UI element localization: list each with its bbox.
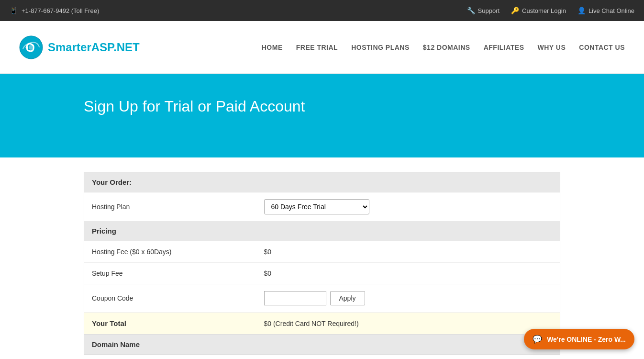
pricing-label: Pricing [92,227,116,235]
your-total-row: Your Total $0 (Credit Card NOT Required!… [84,313,560,335]
hosting-fee-row: Hosting Fee ($0 x 60Days) $0 [84,241,560,263]
nav-free-trial[interactable]: FREE TRIAL [296,44,338,51]
pricing-header-row: Pricing [84,221,560,241]
your-order-header-row: Your Order: [84,172,560,192]
hosting-plan-label: Hosting Plan [92,203,130,211]
svg-point-1 [29,45,33,50]
top-bar-links: Support Customer Login Live Chat Online [467,7,634,14]
setup-fee-value: $0 [264,269,272,277]
main-nav: HOME FREE TRIAL HOSTING PLANS $12 DOMAIN… [262,44,625,51]
logo[interactable]: SmarterASP.NET [19,35,140,59]
apply-button[interactable]: Apply [330,291,365,305]
your-order-label: Your Order: [92,178,132,186]
header: SmarterASP.NET HOME FREE TRIAL HOSTING P… [0,21,644,74]
hosting-fee-value: $0 [264,248,272,256]
hero-title: Sign Up for Trial or Paid Account [84,98,625,115]
domain-name-label: Domain Name [92,340,140,348]
setup-fee-label: Setup Fee [92,269,123,277]
coupon-row: Apply [264,291,553,305]
nav-affiliates[interactable]: AFFILIATES [484,44,524,51]
logo-icon [19,35,43,59]
nav-hosting-plans[interactable]: HOSTING PLANS [351,44,410,51]
your-total-label: Your Total [92,319,126,327]
logo-text: SmarterASP.NET [48,41,140,54]
chat-label: We're ONLINE - Zero W... [547,336,626,343]
order-table: Your Order: Hosting Plan 60 Days Free Tr… [84,172,560,355]
phone-number: +1-877-667-9492 (Toll Free) [22,7,99,14]
setup-fee-row: Setup Fee $0 [84,263,560,284]
coupon-code-label: Coupon Code [92,294,133,302]
hosting-plan-row: Hosting Plan 60 Days Free Trial Basic Pl… [84,192,560,222]
chat-icon [533,335,542,344]
top-bar: +1-877-667-9492 (Toll Free) Support Cust… [0,0,644,21]
hosting-plan-select[interactable]: 60 Days Free Trial Basic Plan - Monthly … [264,199,369,214]
hosting-fee-label: Hosting Fee ($0 x 60Days) [92,248,172,256]
nav-why-us[interactable]: WHY US [538,44,566,51]
coupon-input[interactable] [264,291,326,305]
hero-banner: Sign Up for Trial or Paid Account [0,74,644,157]
person-icon [577,7,586,14]
chat-widget[interactable]: We're ONLINE - Zero W... [524,329,634,349]
your-total-value: $0 (Credit Card NOT Required!) [264,320,359,327]
customer-login-link[interactable]: Customer Login [511,7,566,14]
nav-home[interactable]: HOME [262,44,283,51]
wrench-icon [467,7,475,14]
coupon-code-row: Coupon Code Apply [84,284,560,313]
top-bar-phone: +1-877-667-9492 (Toll Free) [10,7,99,14]
support-link[interactable]: Support [467,7,500,14]
domain-name-header-row: Domain Name [84,335,560,355]
key-icon [511,7,519,14]
nav-domains[interactable]: $12 DOMAINS [423,44,470,51]
phone-icon [10,7,18,14]
live-chat-link[interactable]: Live Chat Online [577,7,634,14]
nav-contact-us[interactable]: CONTACT US [579,44,625,51]
